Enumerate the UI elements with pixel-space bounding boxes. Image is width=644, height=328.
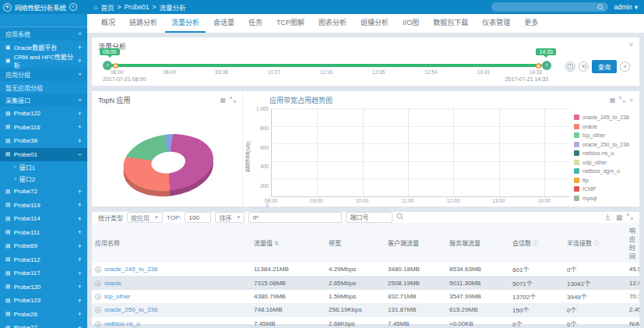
expand-row-icon[interactable]: + [95,266,101,273]
column-header-流量值[interactable]: 流量值⇅ [251,223,326,263]
home-icon[interactable]: ⌂ [93,3,97,11]
table-row[interactable]: +oracle7315.08MB2.65Mbps2508.19MB5011.30… [92,276,639,289]
app-name-link[interactable]: oracle_245_to_236 [104,266,158,273]
download-icon[interactable] [604,213,611,222]
legend-item-mysql[interactable]: mysql [574,196,635,201]
user-menu[interactable]: admin ▾ [614,3,638,11]
legend-item-udp_other[interactable]: udp_other [574,160,635,165]
sidebar-item-Probe69[interactable]: ▤Probe69+ [0,239,87,253]
sidebar-item-Probe72[interactable]: ▤Probe72+ [0,185,87,199]
tab-概况[interactable]: 概况 [95,17,121,33]
expand-plus-icon[interactable]: + [78,256,82,263]
app-name-link[interactable]: oracle_250_to_236 [104,306,158,313]
column-header-带宽[interactable]: 带宽 [326,223,385,263]
sidebar-item-Probe27[interactable]: ▤Probe27+ [0,321,87,328]
expand-plus-icon[interactable]: + [78,110,82,118]
tab-链路分析[interactable]: 链路分析 [123,17,164,33]
tab-组播分析[interactable]: 组播分析 [354,17,395,33]
chevron-right-icon[interactable]: › [542,61,551,70]
expand-plus-icon[interactable]: + [78,201,82,209]
sidebar-section-采集接口[interactable]: 采集接口˅ [0,93,87,107]
sidebar-section-应用系统[interactable]: 应用系统˅ [0,27,87,41]
breadcrumb-node[interactable]: Probe01 [124,3,149,11]
sidebar-item-Probe111[interactable]: ▤Probe111+ [0,226,87,240]
tab-任务[interactable]: 任务 [242,17,269,33]
app-name-link[interactable]: tcp_other [104,293,130,300]
expand-plus-icon[interactable]: + [78,324,82,328]
sidebar-search[interactable] [0,14,87,27]
expand-row-icon[interactable]: + [95,307,101,313]
sidebar-item-Probe122[interactable]: ▤Probe122+ [0,107,87,121]
sidebar-search-input[interactable] [0,17,82,24]
expand-plus-icon[interactable]: + [78,283,82,291]
sidebar-item-Probe119[interactable]: ▤Probe119+ [0,199,87,213]
expand-row-icon[interactable]: + [95,321,101,327]
sidebar-collapse-icon[interactable]: ‹ [69,3,77,11]
tab-流量分析[interactable]: 流量分析 [165,17,206,33]
expand-plus-icon[interactable]: + [78,188,82,196]
expand-plus-icon[interactable]: + [78,310,82,318]
app-name-link[interactable]: netbios-ns_u [104,320,140,327]
tab-会话量[interactable]: 会话量 [207,17,241,33]
legend-item-oracle[interactable]: oracle [574,124,635,129]
tab-仪表管理[interactable]: 仪表管理 [476,17,516,33]
sort-select[interactable]: 排序 ▼ [215,212,245,223]
legend-item-netbios-ns_u[interactable]: netbios-ns_u [574,150,635,156]
table-row[interactable]: +tcp_other4380.79MB1.59Mbps832.71MB3547.… [92,290,639,303]
sidebar-item-Probe116[interactable]: ▤Probe116+ [0,121,87,135]
clock-icon[interactable] [565,62,575,72]
collapse-minus-icon[interactable]: − [78,150,82,158]
slider-track[interactable]: ‹ 08:00 14:33 › [111,64,542,67]
expand-plus-icon[interactable]: + [78,228,82,236]
legend-item-tcp_other[interactable]: tcp_other [574,132,635,138]
breadcrumb-home[interactable]: 首页 [100,2,114,12]
expand-plus-icon[interactable]: + [78,215,82,223]
column-header-服务端流量[interactable]: 服务端流量 [446,223,509,263]
sidebar-item-Probe120[interactable]: ▤Probe120+ [0,280,87,294]
time-range-slider[interactable]: ‹ 08:00 14:33 › 08:0008:4909:3810:2711:1… [103,59,553,90]
expand-plus-icon[interactable]: + [78,270,82,277]
legend-item-ftp[interactable]: ftp [574,178,635,183]
global-search-input[interactable] [491,2,608,12]
trend-panel-title[interactable]: 应用带宽占用趋势图 [269,95,333,105]
legend-item-oracle_250_to_236[interactable]: oracle_250_to_236 [574,142,635,147]
table-row[interactable]: +netbios-ns_u7.45MB2.68Kbps7.45MB<0.00KB… [92,317,639,328]
data-grid-icon[interactable]: ▦ [220,97,226,104]
table-row[interactable]: +oracle_245_to_23611384.21MB4.29Mbps3480… [92,263,639,276]
expand-row-icon[interactable]: + [95,280,101,287]
ip-filter-input[interactable] [248,212,342,223]
sidebar-item-接口1[interactable]: ▫接口1 [0,161,87,173]
column-header-会话数[interactable]: 会话数ⓘ [509,223,564,263]
column-header-响应时间[interactable]: 响应时间 [626,223,639,263]
top-count-input[interactable] [185,212,211,223]
stat-type-select[interactable]: 按应用 ▼ [127,212,163,223]
app-name-link[interactable]: oracle [104,280,121,287]
expand-row-icon[interactable]: + [95,294,101,300]
fullscreen-icon[interactable] [627,213,633,222]
column-header-客户端流量[interactable]: 客户端流量 [385,223,446,263]
panel-collapse-icon[interactable]: ˅ [629,41,633,48]
sidebar-item-Probe26[interactable]: ▤Probe26+ [0,308,87,322]
expand-plus-icon[interactable]: + [78,57,82,65]
refresh-icon[interactable]: ⟲ [579,62,589,72]
search-icon[interactable] [396,213,404,222]
tab-I/O图[interactable]: I/O图 [396,17,425,33]
sidebar-section-应用分组[interactable]: 应用分组˅ [0,68,87,81]
slider-start-dot[interactable] [113,63,118,69]
port-filter-input[interactable] [346,212,392,223]
legend-item-oracle_245_to_236[interactable]: oracle_245_to_236 [574,115,635,120]
info-icon[interactable]: ⓘ [593,240,600,247]
legend-item-ICMP[interactable]: ICMP [574,186,635,192]
tab-更多[interactable]: 更多 [518,17,544,33]
fullscreen-icon[interactable] [230,97,236,104]
fullscreen-icon[interactable] [619,97,625,104]
expand-plus-icon[interactable]: + [78,44,82,51]
expand-plus-icon[interactable]: + [78,123,82,131]
trend-bar-chart[interactable] [271,108,569,197]
info-icon[interactable]: ⓘ [533,240,539,247]
column-header-应用名称[interactable]: 应用名称 [92,223,251,263]
query-button[interactable]: 查询 [592,60,617,73]
sidebar-item-Probe123[interactable]: ▤Probe123+ [0,294,87,308]
sort-icon[interactable]: ⇅ [274,240,279,247]
tab-TCP图解[interactable]: TCP图解 [270,17,311,33]
